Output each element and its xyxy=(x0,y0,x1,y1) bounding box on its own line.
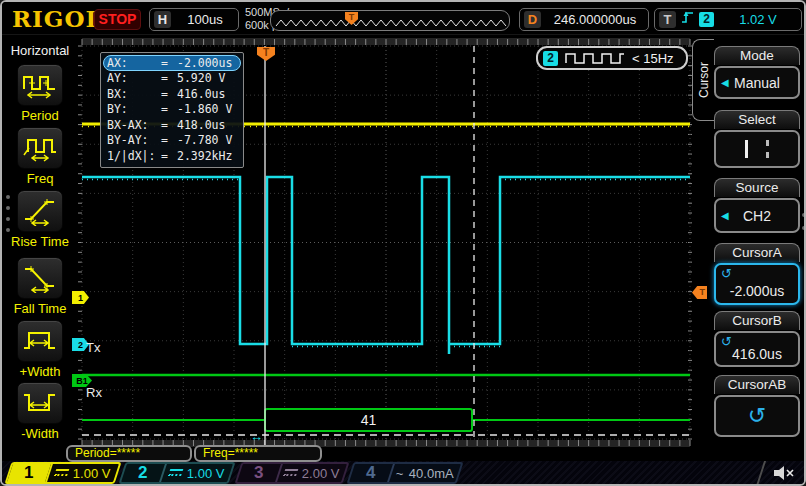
cursor-ab-label: CursorAB xyxy=(714,375,800,394)
oscilloscope-screen: RIGOL STOP H 100us 500MSa/s 600k pts T D… xyxy=(0,0,806,486)
menu-page-dots xyxy=(802,213,806,230)
rotate-knob-icon: ↺ xyxy=(721,335,732,348)
measure-sidebar-title: Horizontal xyxy=(2,43,78,58)
minus-width-button[interactable] xyxy=(17,382,63,424)
rise-time-label: Rise Time xyxy=(2,234,78,249)
readout-row: AY:=5.920 V xyxy=(103,71,241,87)
horizontal-icon: H xyxy=(154,11,171,28)
cursor-b-button[interactable]: ↺ 416.0us xyxy=(714,331,800,367)
waveform-display: 1 2 B1 Tx Rx 41 T ↔ AX:=-2.000us AY:=5.9… xyxy=(78,38,692,448)
left-arrow-icon: ◀ xyxy=(721,210,729,221)
speaker-muted-icon xyxy=(772,464,798,486)
period-icon xyxy=(21,70,59,100)
channel3-status[interactable]: 3 2.00 V xyxy=(234,462,349,484)
cursor-menu-tab: Cursor xyxy=(692,39,714,121)
trigger-level-value: 1.02 V xyxy=(719,12,797,27)
readout-row: BX-AX:=418.0us xyxy=(103,117,241,133)
freq-icon xyxy=(21,133,59,163)
square-wave-icon xyxy=(564,51,626,65)
period-button[interactable] xyxy=(17,64,63,106)
cursor-a-line-icon xyxy=(745,140,748,158)
channel4-status[interactable]: 4 ~40.0mA xyxy=(346,462,463,484)
channel2-scale: 1.00 V xyxy=(159,464,233,482)
source-button[interactable]: ◀ CH2 xyxy=(714,198,800,233)
cursor-b-label: CursorB xyxy=(714,311,800,330)
overview-waveform-icon xyxy=(272,11,508,30)
rotate-knob-icon: ↺ xyxy=(748,405,766,427)
plus-width-button[interactable] xyxy=(17,320,63,362)
select-button[interactable] xyxy=(714,130,800,168)
source-label: Source xyxy=(714,178,800,197)
cursor-b-group: CursorB ↺ 416.0us xyxy=(714,311,800,367)
ac-coupling-icon: ~ xyxy=(396,466,404,481)
source-group: Source ◀ CH2 xyxy=(714,178,800,233)
readout-row: AX:=-2.000us xyxy=(103,55,241,71)
period-label: Period xyxy=(2,108,78,123)
readout-row: BX:=416.0us xyxy=(103,86,241,102)
cursor-drag-icon: ↔ xyxy=(250,429,263,444)
delay-group[interactable]: D 246.000000us xyxy=(519,8,649,31)
cursor-b-line-icon xyxy=(766,140,769,158)
timebase-group[interactable]: H 100us xyxy=(149,8,239,31)
channel1-scale: 1.00 V xyxy=(45,464,119,482)
counter-source-badge: 2 xyxy=(543,51,558,66)
channel-status-bar: 1 1.00 V 2 1.00 V 3 2.00 V 4 ~40.0mA xyxy=(2,461,806,486)
plus-width-icon xyxy=(21,326,59,356)
channel4-scale: ~40.0mA xyxy=(387,464,461,482)
frequency-counter-badge: 2 < 15Hz xyxy=(536,46,688,70)
tx-bus-label: Tx xyxy=(86,340,100,355)
dc-coupling-icon xyxy=(283,469,299,478)
dc-coupling-icon xyxy=(168,469,184,478)
period-readout: Period=***** xyxy=(66,445,192,462)
rotate-knob-icon: ↺ xyxy=(721,267,732,280)
channel2-status[interactable]: 2 1.00 V xyxy=(118,462,235,484)
rise-time-button[interactable] xyxy=(17,190,63,232)
measure-sidebar: Horizontal Period Freq xyxy=(2,35,78,447)
readout-row: 1/|dX|:=2.392kHz xyxy=(103,148,241,164)
top-status-bar: RIGOL STOP H 100us 500MSa/s 600k pts T D… xyxy=(2,2,806,35)
channel3-scale: 2.00 V xyxy=(275,464,347,482)
cursor-a-button[interactable]: ↺ -2.000us xyxy=(714,263,800,305)
divider xyxy=(756,461,766,486)
readout-row: BY-AY:=-7.780 V xyxy=(103,133,241,149)
channel1-number: 1 xyxy=(7,464,51,482)
channel4-number: 4 xyxy=(349,464,393,482)
cursor-menu: Cursor Mode ◀ Manual Select Source ◀ CH2… xyxy=(692,35,806,447)
delay-icon: D xyxy=(524,11,541,28)
waveform-overview-bar[interactable]: T xyxy=(270,10,510,31)
channel1-status[interactable]: 1 1.00 V xyxy=(4,462,121,484)
fall-time-icon xyxy=(21,263,59,293)
mode-label: Mode xyxy=(714,46,800,65)
cursor-readout-panel: AX:=-2.000us AY:=5.920 V BX:=416.0us BY:… xyxy=(100,52,244,168)
dc-coupling-icon xyxy=(54,469,70,478)
select-group: Select xyxy=(714,110,800,168)
minus-width-icon xyxy=(21,388,59,418)
plus-width-label: +Width xyxy=(2,364,78,379)
freq-label: Freq xyxy=(2,171,78,186)
fall-time-button[interactable] xyxy=(17,257,63,299)
timebase-value: 100us xyxy=(176,12,234,27)
mode-button[interactable]: ◀ Manual xyxy=(714,66,800,99)
rise-time-icon xyxy=(21,196,59,226)
minus-width-label: -Width xyxy=(2,426,78,441)
rising-edge-icon xyxy=(681,10,694,29)
decoded-byte-value: 41 xyxy=(265,412,472,428)
freq-readout: Freq=***** xyxy=(194,445,322,462)
delay-value: 246.000000us xyxy=(546,12,644,27)
left-arrow-icon: ◀ xyxy=(721,77,729,88)
fall-time-label: Fall Time xyxy=(2,301,78,316)
run-state-indicator: STOP xyxy=(94,9,141,30)
channel2-number: 2 xyxy=(121,464,165,482)
mode-group: Mode ◀ Manual xyxy=(714,46,800,99)
cursor-a-group: CursorA ↺ -2.000us xyxy=(714,243,800,305)
readout-row: BY:=-1.860 V xyxy=(103,102,241,118)
rigol-logo: RIGOL xyxy=(12,5,103,32)
cursor-ab-button[interactable]: ↺ xyxy=(714,395,800,437)
trigger-group[interactable]: T 2 1.02 V xyxy=(654,8,802,31)
counter-value: < 15Hz xyxy=(632,51,674,66)
freq-button[interactable] xyxy=(17,127,63,169)
cursor-ab-group: CursorAB ↺ xyxy=(714,375,800,437)
select-label: Select xyxy=(714,110,800,129)
trigger-source-badge: 2 xyxy=(699,12,714,27)
cursor-a-label: CursorA xyxy=(714,243,800,262)
